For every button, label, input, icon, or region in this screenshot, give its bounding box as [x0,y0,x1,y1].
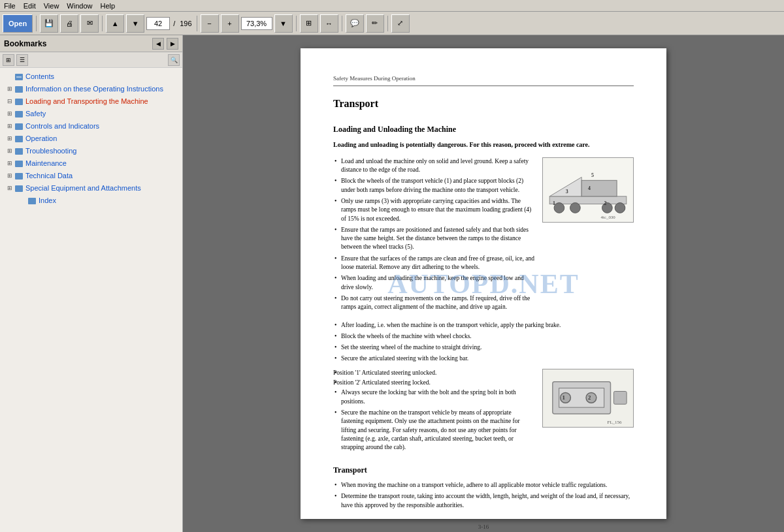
separator-4 [296,16,297,31]
content-area[interactable]: Safety Measures During Operation Transpo… [183,35,784,532]
page-input[interactable] [146,17,170,30]
svg-text:1: 1 [563,395,565,401]
tree-item-loading[interactable]: ⊟ Loading and Transporting the Machine [0,95,182,108]
separator-3 [197,16,197,31]
separator-5 [342,16,342,31]
svg-text:FL_156: FL_156 [608,420,622,424]
svg-rect-15 [581,180,617,196]
zoom-in-button[interactable]: + [221,14,239,33]
comment-button[interactable]: 💬 [346,14,364,33]
svg-rect-3 [15,99,23,105]
expand-all-button[interactable]: ⊞ [3,54,14,66]
panel-header-icons: ◀ ▶ [152,38,178,50]
label-technical: Technical Data [25,171,180,180]
fit-width-button[interactable]: ↔ [320,14,338,33]
bullet-2: Block the wheels of the transport vehicl… [333,177,534,195]
menu-help[interactable]: Help [100,2,115,10]
label-loading: Loading and Transporting the Machine [25,97,180,106]
bullet-9: Block the wheels of the machine with whe… [333,332,634,341]
label-controls: Controls and Indicators [25,121,180,131]
menu-view[interactable]: View [44,2,59,10]
pdf-position-bullets: Position '1' Articulated steering unlock… [333,369,534,452]
panel-collapse-button[interactable]: ◀ [152,38,164,50]
tree-item-technical[interactable]: ⊞ Technical Data [0,170,182,182]
expander-maintenance: ⊞ [5,159,14,168]
tree-item-controls[interactable]: ⊞ Controls and Indicators [0,120,182,133]
svg-text:2: 2 [588,395,591,401]
fullscreen-button[interactable]: ⤢ [391,14,410,33]
label-safety: Safety [25,109,180,118]
svg-rect-9 [15,173,23,180]
tree-item-operation[interactable]: ⊞ Operation [0,133,182,145]
pdf-header: Safety Measures During Operation [333,74,634,86]
pdf-image-column-1: 1 3 4 2 5 4tc_030 [542,157,634,315]
pdf-image-column-2: 1 2 FL_156 [542,369,634,455]
pdf-main-content: Load and unload the machine only on soli… [333,157,634,315]
open-button[interactable]: Open [3,14,33,33]
pdf-positions-content: Position '1' Articulated steering unlock… [333,369,634,455]
tree-item-contents[interactable]: Contents [0,70,182,83]
svg-point-17 [570,202,581,213]
pdf-warning: Loading and unloading is potentially dan… [333,140,634,149]
markup-button[interactable]: ✏ [366,14,384,33]
svg-text:5: 5 [591,172,594,178]
svg-point-16 [554,202,564,213]
image-box-1: 1 3 4 2 5 4tc_030 [542,157,634,223]
svg-rect-10 [15,185,23,192]
panel-options-button[interactable]: ▶ [167,38,178,50]
tree-item-safety[interactable]: ⊞ Safety [0,108,182,120]
save-button[interactable]: 💾 [40,14,58,33]
label-troubleshooting: Troubleshooting [25,146,180,155]
fit-page-button[interactable]: ⊞ [300,14,318,33]
svg-text:3: 3 [566,189,568,195]
separator-1 [36,16,37,31]
expander-loading: ⊟ [5,97,14,106]
bullet-5: Ensure that the surfaces of the ramps ar… [333,255,534,272]
panel-search-button[interactable]: 🔍 [168,54,180,66]
email-button[interactable]: ✉ [80,14,99,33]
menu-file[interactable]: File [4,2,16,10]
label-index: Index [39,196,180,205]
icon-controls [14,122,24,131]
svg-text:1: 1 [553,200,555,206]
prev-page-button[interactable]: ▲ [106,14,124,33]
panel-menu-button[interactable]: ☰ [16,54,28,66]
expander-special: ⊞ [5,184,14,193]
next-page-button[interactable]: ▼ [126,14,144,33]
menu-window[interactable]: Window [67,2,92,10]
left-panel: Bookmarks ◀ ▶ ⊞ ☰ 🔍 Contents ⊞ [0,35,183,532]
bullet-4: Ensure that the ramps are positioned and… [333,226,534,252]
pdf-subsection-title: Loading and Unloading the Machine [333,124,634,135]
bullet-14: Secure the machine on the transport vehi… [333,409,534,452]
page-separator: / [173,20,175,27]
expander-index [18,196,27,206]
zoom-dropdown-button[interactable]: ▼ [274,14,293,33]
bullet-1: Load and unload the machine only on soli… [333,157,534,175]
menu-edit[interactable]: Edit [24,2,36,10]
transport-bullet-1: When moving the machine on a transport v… [333,481,634,490]
label-contents: Contents [25,72,180,81]
expander-technical: ⊞ [5,172,14,181]
svg-text:4: 4 [588,185,591,191]
svg-rect-4 [15,111,23,117]
tree-item-troubleshooting[interactable]: ⊞ Troubleshooting [0,145,182,157]
transport-section-title: Transport [333,465,634,476]
pdf-footer: 3-16 [333,523,634,531]
separator-2 [102,16,103,31]
transport-bullet-2: Determine the transport route, taking in… [333,492,634,510]
tree-item-maintenance[interactable]: ⊞ Maintenance [0,157,182,170]
print-button[interactable]: 🖨 [60,14,78,33]
zoom-input[interactable] [241,17,272,30]
pdf-transport-section: Transport When moving the machine on a t… [333,465,634,510]
pdf-section-title: Transport [333,97,634,111]
label-info: Information on these Operating Instructi… [25,84,180,93]
icon-technical [14,172,24,181]
tree-item-index[interactable]: Index [0,195,182,207]
bullet-3: Only use ramps (3) with appropriate carr… [333,197,534,223]
tree-item-special[interactable]: ⊞ Special Equipment and Attachments [0,182,182,195]
bookmarks-tree: Contents ⊞ Information on these Operatin… [0,68,182,532]
expander-controls: ⊞ [5,122,14,131]
panel-title: Bookmarks [4,39,46,48]
zoom-out-button[interactable]: − [201,14,219,33]
tree-item-info[interactable]: ⊞ Information on these Operating Instruc… [0,83,182,95]
